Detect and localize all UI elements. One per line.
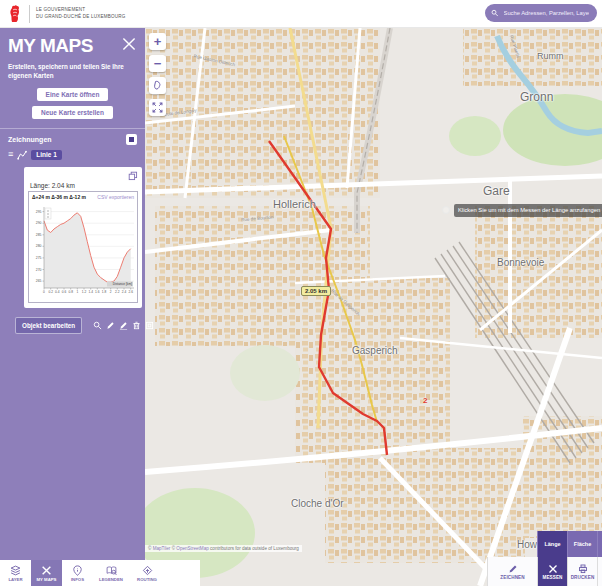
edit-style-icon[interactable] [119,321,128,330]
routing-arrow-icon [142,565,153,576]
nav-mymaps[interactable]: MY MAPS [31,560,62,586]
svg-text:0.2: 0.2 [48,290,53,294]
messen-button[interactable]: MESSEN [537,557,567,586]
polyline-icon [17,150,27,160]
open-map-button[interactable]: Eine Karte öffnen [37,88,109,101]
logo-line1: LE GOUVERNEMENT [36,7,126,14]
nav-infos[interactable]: INFOS [62,560,93,586]
zeichnen-label: ZEICHNEN [500,575,524,580]
nav-infos-label: INFOS [71,577,84,582]
panel-title: MY MAPS [8,35,137,57]
feature-info-card: Länge: 2.04 km Δ+24 m Δ-36 m Δ-12 m CSV … [24,167,142,308]
place-label-rumm: Rumm [537,51,564,61]
route-vertex-label: 2 [423,396,427,405]
attribution-osm-link[interactable]: OpenStreetMap [176,546,208,551]
edit-object-button[interactable]: Objekt bearbeiten [15,317,82,334]
svg-text:1.2: 1.2 [82,290,87,294]
teilen-button[interactable]: TEILEN [597,557,602,586]
feature-length: Länge: 2.04 km [30,182,138,189]
global-search [485,4,597,22]
export-object-icon[interactable] [145,321,154,330]
nav-layer-label: LAYER [8,577,22,582]
full-extent-button[interactable] [149,77,166,94]
attribution-text: contributors for data outside of Luxembo… [209,546,299,551]
delete-object-icon[interactable] [132,321,141,330]
search-icon [491,9,499,17]
measure-length-chip: 2.05 km [301,286,331,296]
legend-book-icon [106,565,117,576]
new-map-button[interactable]: Neue Karte erstellen [32,106,113,119]
printer-icon [578,564,588,574]
measure-tabs: Länge Fläche Azimut [537,531,602,557]
logo-line2: DU GRAND-DUCHÉ DE LUXEMBOURG [36,14,126,21]
place-label-cloche-dor: Cloche d'Or [291,498,344,509]
zoom-to-object-icon[interactable] [93,321,102,330]
pencil-icon [508,564,518,574]
svg-text:0.4: 0.4 [55,290,60,294]
basemap [145,28,602,586]
svg-text:1.6: 1.6 [95,290,100,294]
tab-azimut[interactable]: Azimut [597,531,602,557]
nav-layer[interactable]: LAYER [0,560,31,586]
luxembourg-outline-icon [152,80,163,91]
svg-text:0.6: 0.6 [62,290,67,294]
svg-text:1.8: 1.8 [102,290,107,294]
top-header: LE GOUVERNEMENT DU GRAND-DUCHÉ DE LUXEMB… [0,0,602,28]
svg-text:2.2: 2.2 [115,290,120,294]
nav-legenden-label: LEGENDEN [99,577,123,582]
copy-to-map-icon[interactable] [128,171,138,181]
panel-close-button[interactable] [121,36,137,52]
place-label-gasperich: Gasperich [352,345,398,356]
nav-routing-label: ROUTING [137,577,157,582]
nav-legenden[interactable]: LEGENDEN [93,560,129,586]
search-input[interactable] [502,9,591,17]
svg-text:270: 270 [36,267,42,271]
svg-text:2: 2 [110,290,112,294]
svg-text:280: 280 [36,244,42,248]
zoom-out-button[interactable]: − [149,55,166,72]
drawing-layer-row: ≡ Linie 1 [0,147,145,164]
svg-text:2.6: 2.6 [128,290,133,294]
elevation-profile-chart: 26527027528028529029500.20.40.60.811.21.… [31,201,137,300]
nav-routing[interactable]: ROUTING [129,560,165,586]
collapse-icon [129,137,134,142]
svg-text:275: 275 [36,256,42,260]
tab-laenge[interactable]: Länge [537,531,567,557]
attribution-maptiler-link[interactable]: MapTiler [153,546,171,551]
drawings-section-title: Zeichnungen [8,136,52,143]
zeichnen-button[interactable]: ZEICHNEN [487,557,537,586]
svg-text:Distance [km]: Distance [km] [113,282,132,286]
svg-text:1: 1 [76,290,78,294]
collapse-section-button[interactable] [126,134,137,145]
close-x-icon [41,565,52,576]
fullscreen-button[interactable] [149,99,166,116]
close-x-icon [548,564,558,574]
fullscreen-icon [152,102,163,113]
svg-text:265: 265 [36,279,42,283]
panel-subtitle: Erstellen, speichern und teilen Sie Ihre… [0,61,145,83]
zoom-in-button[interactable]: + [149,33,166,50]
elevation-stats: Δ+24 m Δ-36 m Δ-12 m [32,194,86,200]
drucken-label: DRUCKEN [571,575,595,580]
map-action-bar: ZEICHNEN MESSEN DRUCKEN TEILEN [487,557,602,586]
drag-handle-icon[interactable]: ≡ [8,150,13,159]
gouvernement-logo: LE GOUVERNEMENT DU GRAND-DUCHÉ DE LUXEMB… [7,4,126,24]
drucken-button[interactable]: DRUCKEN [567,557,597,586]
layers-icon [10,565,21,576]
logo-text: LE GOUVERNEMENT DU GRAND-DUCHÉ DE LUXEMB… [36,7,126,21]
edit-geometry-icon[interactable] [106,321,115,330]
place-label-hollerich: Hollerich [273,198,316,210]
drawing-layer-name[interactable]: Linie 1 [31,150,62,160]
svg-text:285: 285 [36,233,42,237]
csv-export-link[interactable]: CSV exportieren [97,194,134,200]
elevation-profile: Δ+24 m Δ-36 m Δ-12 m CSV exportieren 265… [28,191,138,303]
svg-text:0: 0 [43,290,45,294]
bottom-nav: LAYER MY MAPS INFOS LEGENDEN ROUTING [0,560,200,586]
info-pin-icon [72,565,83,576]
place-label-bonnevoie: Bonnevoie [497,257,544,268]
map-canvas[interactable]: Hollerich Gare Bonnevoie Gasperich Cloch… [145,28,602,586]
logo-divider [29,5,30,23]
tab-flaeche[interactable]: Fläche [567,531,597,557]
svg-text:295: 295 [36,209,42,213]
place-label-gronn: Gronn [520,90,553,104]
